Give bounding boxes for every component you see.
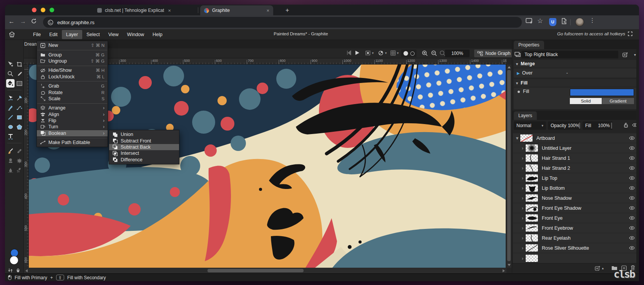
freehand-tool[interactable] bbox=[6, 103, 15, 112]
panel-scroll-gutter[interactable] bbox=[636, 49, 639, 273]
swap-colors-icon[interactable] bbox=[7, 267, 13, 273]
menu-item-grab[interactable]: GrabG bbox=[37, 83, 108, 89]
eye-icon[interactable] bbox=[629, 226, 635, 230]
menu-item-ungroup[interactable]: Ungroup⇧ ⌘ G bbox=[37, 58, 108, 64]
layer-row[interactable]: › Front Eyebrow bbox=[513, 223, 639, 233]
rectangle-tool[interactable] bbox=[15, 113, 23, 121]
reset-colors-icon[interactable] bbox=[15, 267, 21, 273]
chevron-collapsed-icon[interactable]: › bbox=[520, 205, 525, 211]
horizontal-scroll-handle[interactable] bbox=[207, 269, 304, 272]
menu-item-rotate[interactable]: RotateR bbox=[37, 89, 108, 95]
drag-handle[interactable] bbox=[611, 123, 612, 129]
chevron-collapsed-icon[interactable]: › bbox=[520, 225, 525, 231]
menu-item-new[interactable]: New⇧ ⌘ N bbox=[37, 42, 108, 48]
eye-icon[interactable] bbox=[629, 166, 635, 170]
layer-fill-field[interactable]: Fill 100% bbox=[583, 121, 612, 130]
layer-row[interactable]: › Front Eye Shadow bbox=[513, 203, 639, 213]
view-mode-toggle[interactable] bbox=[401, 50, 417, 57]
brush-tool[interactable] bbox=[6, 147, 15, 155]
menu-item-lock-unlock[interactable]: Lock/Unlock⌘ L bbox=[37, 74, 108, 80]
forward-icon[interactable]: → bbox=[20, 18, 26, 25]
clone-tool[interactable] bbox=[6, 156, 15, 165]
install-app-icon[interactable] bbox=[526, 18, 533, 25]
grid-dropdown[interactable]: ▾ bbox=[390, 50, 399, 56]
menu-window[interactable]: Window bbox=[123, 30, 148, 39]
secondary-color-swatch[interactable] bbox=[10, 256, 18, 265]
menu-edit[interactable]: Edit bbox=[45, 30, 62, 39]
scroll-up-arrow[interactable] bbox=[508, 66, 511, 68]
browser-tab-active[interactable]: Graphite × bbox=[200, 5, 273, 15]
chevron-collapsed-icon[interactable]: › bbox=[520, 165, 525, 171]
skip-start-icon[interactable] bbox=[346, 50, 352, 55]
node-graph-button[interactable]: Node Graph bbox=[474, 50, 513, 57]
gradient-tool[interactable] bbox=[15, 79, 23, 88]
gradient-button[interactable]: Gradient bbox=[602, 98, 634, 104]
play-icon[interactable] bbox=[355, 50, 360, 55]
eye-icon[interactable] bbox=[629, 196, 635, 200]
menu-item-turn[interactable]: Turn› bbox=[37, 124, 108, 130]
expand-arrow-icon[interactable]: ▶ bbox=[517, 71, 520, 75]
zoom-level-field[interactable]: 100% bbox=[445, 50, 470, 57]
polygon-tool[interactable] bbox=[15, 123, 23, 131]
patch-tool[interactable] bbox=[15, 156, 23, 165]
eye-icon[interactable] bbox=[629, 136, 635, 140]
submenu-item-intersect[interactable]: Intersect bbox=[109, 150, 179, 156]
minimize-window-button[interactable] bbox=[41, 8, 45, 12]
blend-mode-dropdown[interactable]: Normal ▾ bbox=[514, 121, 546, 130]
layer-row-partial[interactable]: › bbox=[513, 253, 639, 263]
zoom-in-icon[interactable] bbox=[422, 50, 428, 56]
detail-tool[interactable] bbox=[6, 166, 15, 174]
bookmark-star-icon[interactable]: ☆ bbox=[537, 17, 543, 25]
menu-help[interactable]: Help bbox=[148, 30, 167, 39]
eye-icon[interactable] bbox=[629, 156, 635, 160]
heal-tool[interactable] bbox=[15, 147, 23, 155]
menu-item-group[interactable]: Group⌘ G bbox=[37, 51, 108, 58]
close-window-button[interactable] bbox=[32, 8, 37, 12]
select-tool[interactable] bbox=[6, 60, 15, 68]
address-bar[interactable]: editor.graphite.rs bbox=[43, 17, 522, 28]
chevron-collapsed-icon[interactable]: › bbox=[520, 255, 525, 261]
extensions-puzzle-icon[interactable] bbox=[561, 18, 568, 25]
submenu-item-subtract-front[interactable]: Subtract Front bbox=[109, 138, 179, 144]
menu-item-boolean[interactable]: Boolean› bbox=[37, 130, 108, 136]
menu-file[interactable]: File bbox=[29, 30, 45, 39]
vertical-scrollbar[interactable] bbox=[506, 65, 511, 268]
menu-item-align[interactable]: Align› bbox=[37, 111, 108, 118]
text-tool[interactable] bbox=[6, 132, 15, 141]
eye-icon[interactable] bbox=[629, 186, 635, 190]
fill-tool-selected[interactable] bbox=[6, 79, 15, 88]
chevron-collapsed-icon[interactable]: › bbox=[520, 235, 525, 241]
layer-row[interactable]: › Nose Shadow bbox=[513, 193, 639, 203]
layer-row[interactable]: › Rose Sliver Silhouette bbox=[513, 243, 639, 253]
fill-section-header[interactable]: ▾ Fill bbox=[514, 79, 637, 87]
chevron-collapsed-icon[interactable]: › bbox=[520, 175, 525, 181]
menu-item-hide-show[interactable]: Hide/Show⌘ H bbox=[37, 67, 108, 73]
tab-close-icon[interactable]: × bbox=[168, 8, 171, 13]
scroll-right-arrow[interactable] bbox=[503, 269, 505, 272]
layer-row[interactable]: › Lip Top bbox=[513, 173, 639, 183]
zoom-out-icon[interactable] bbox=[431, 50, 437, 56]
outline-view-icon[interactable] bbox=[410, 51, 415, 56]
chevron-collapsed-icon[interactable]: › bbox=[520, 195, 525, 201]
menu-item-make-path-editable[interactable]: Make Path Editable bbox=[37, 139, 108, 146]
tab-close-icon[interactable]: × bbox=[266, 8, 269, 13]
tab-layers[interactable]: Layers bbox=[514, 111, 537, 120]
add-layer-dropdown[interactable]: ▴ bbox=[595, 265, 604, 271]
path-tool[interactable] bbox=[6, 94, 15, 102]
menu-layer[interactable]: Layer bbox=[62, 30, 82, 39]
chevron-down-icon[interactable]: ▾ bbox=[634, 53, 636, 57]
scroll-down-arrow[interactable] bbox=[508, 264, 511, 266]
layer-row[interactable]: › Hair Strand 1 bbox=[513, 153, 639, 163]
adblock-extension-icon[interactable]: U bbox=[549, 18, 556, 26]
zoom-window-button[interactable] bbox=[50, 8, 54, 12]
eye-icon[interactable] bbox=[629, 236, 635, 240]
chevron-collapsed-icon[interactable]: › bbox=[520, 215, 525, 221]
fullscreen-icon[interactable] bbox=[628, 31, 632, 36]
eye-icon[interactable] bbox=[629, 246, 635, 250]
drag-handle[interactable] bbox=[579, 123, 580, 129]
merge-section-header[interactable]: ▾ Merge bbox=[514, 60, 637, 68]
chevron-expanded-icon[interactable]: ▾ bbox=[515, 135, 520, 141]
profile-avatar[interactable] bbox=[575, 18, 584, 27]
add-effect-icon[interactable] bbox=[622, 52, 628, 57]
menu-item-scale[interactable]: ScaleS bbox=[37, 96, 108, 102]
